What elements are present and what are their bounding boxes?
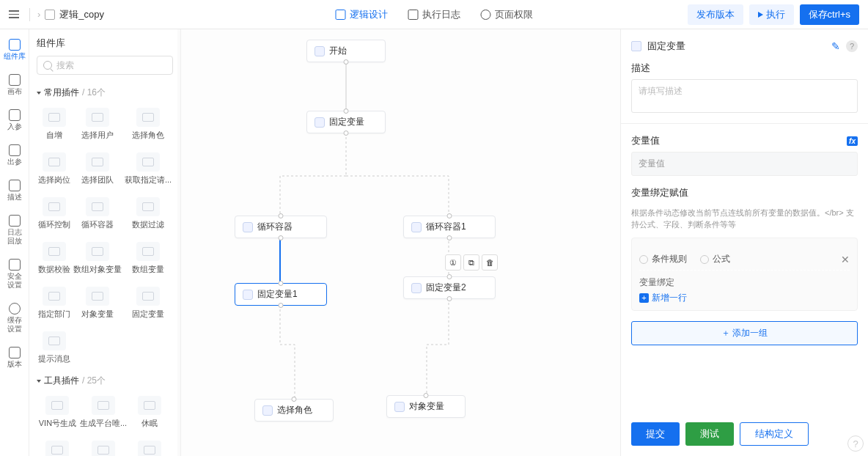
- rail-log-replay[interactable]: 日志 回放: [7, 213, 22, 248]
- rail-canvas[interactable]: 画布: [7, 72, 22, 98]
- publish-version-button[interactable]: 发布版本: [688, 4, 743, 25]
- caret-down-icon: [37, 380, 41, 383]
- component-item[interactable]: 对象变量: [72, 282, 123, 324]
- node-loop-container[interactable]: 循环容器: [235, 216, 327, 238]
- version-icon: [9, 347, 21, 358]
- component-icon: [45, 441, 69, 456]
- bind-description: 根据条件动态修改当前节点连线前所有变量的数据值。</br> 支持公式、字段、判断…: [631, 207, 858, 230]
- node-loop-container1[interactable]: 循环容器1: [403, 216, 496, 238]
- rail-description[interactable]: 描述: [7, 177, 22, 204]
- search-icon: [43, 61, 52, 70]
- user-icon: [481, 10, 491, 20]
- rail-version[interactable]: 版本: [7, 345, 22, 371]
- chevron-right-icon: ›: [37, 9, 40, 20]
- component-item[interactable]: 获取指定请...: [123, 148, 173, 190]
- menu-icon[interactable]: [9, 8, 22, 21]
- component-item[interactable]: 数据校验: [37, 238, 72, 279]
- component-item[interactable]: 循环容器: [72, 193, 123, 235]
- test-button[interactable]: 测试: [685, 422, 734, 446]
- rail-component-library[interactable]: 组件库: [4, 37, 26, 63]
- bind-assign-label: 变量绑定赋值: [631, 186, 858, 199]
- component-item[interactable]: 选择角色: [123, 103, 173, 145]
- delete-button[interactable]: 🗑: [482, 254, 498, 271]
- top-bar: › 逻辑_copy 逻辑设计 执行日志 页面权限 发布版本 执行 保存ctrl+…: [0, 0, 868, 29]
- search-input-wrapper[interactable]: [37, 56, 173, 75]
- node-icon: [243, 290, 253, 300]
- close-icon[interactable]: ✕: [841, 254, 850, 265]
- component-icon: [136, 242, 160, 261]
- var-value-input[interactable]: 变量值: [631, 152, 858, 176]
- component-icon: [92, 441, 115, 456]
- save-button[interactable]: 保存ctrl+s: [800, 4, 859, 25]
- component-item[interactable]: 循环控制: [37, 193, 72, 235]
- struct-def-button[interactable]: 结构定义: [740, 422, 809, 446]
- component-item[interactable]: 生成平台唯...: [78, 391, 128, 433]
- left-rail: 组件库 画布 入参 出参 描述 日志 回放 安全 设置 缓存 设置 版本: [0, 29, 29, 456]
- component-icon: [86, 197, 109, 216]
- component-item[interactable]: VIN号生成: [37, 391, 78, 433]
- radio-formula[interactable]: 公式: [700, 253, 730, 265]
- component-item[interactable]: 选择团队: [72, 148, 123, 190]
- add-group-button[interactable]: ＋ 添加一组: [631, 321, 858, 345]
- description-textarea[interactable]: [631, 79, 858, 113]
- search-input[interactable]: [56, 60, 166, 70]
- var-value-label: 变量值: [631, 134, 660, 147]
- description-label: 描述: [631, 62, 858, 75]
- component-icon: [86, 108, 109, 127]
- tool-grid: VIN号生成生成平台唯...休眠: [37, 391, 170, 456]
- canvas[interactable]: 开始 固定变量 循环容器 循环容器1 固定变量1 固定变量2 选择角色 对象变量…: [181, 29, 620, 456]
- radio-condition-rule[interactable]: 条件规则: [639, 253, 687, 265]
- rail-output-params[interactable]: 出参: [7, 142, 22, 169]
- component-item[interactable]: 数据过滤: [123, 193, 173, 235]
- component-item[interactable]: 固定变量: [123, 282, 173, 324]
- component-icon: [136, 108, 160, 127]
- properties-panel: 固定变量 ✎ ? 描述 变量值 fx 变量值 变量绑定赋值 根据条件动态修改当前…: [620, 29, 868, 456]
- run-button[interactable]: 执行: [749, 4, 794, 25]
- component-item[interactable]: [37, 436, 78, 456]
- node-icon: [262, 405, 273, 416]
- rail-security[interactable]: 安全 设置: [7, 257, 22, 292]
- component-item[interactable]: 指定部门: [37, 282, 72, 324]
- rail-cache[interactable]: 缓存 设置: [7, 301, 22, 336]
- section-common-plugins[interactable]: 常用插件 / 16个: [37, 87, 170, 99]
- component-scroll[interactable]: 常用插件 / 16个 自增选择用户选择角色选择岗位选择团队获取指定请...循环控…: [37, 82, 173, 456]
- panel-title: 固定变量: [647, 40, 825, 53]
- component-item[interactable]: 选择用户: [72, 103, 123, 145]
- help-watermark-icon: ?: [847, 435, 864, 452]
- fx-icon[interactable]: fx: [847, 136, 858, 146]
- component-icon: [86, 152, 109, 172]
- node-fixed-var1[interactable]: 固定变量1: [235, 283, 327, 306]
- component-icon: [136, 287, 160, 306]
- node-object-var[interactable]: 对象变量: [386, 395, 466, 418]
- component-item[interactable]: 选择岗位: [37, 148, 72, 190]
- component-icon: [92, 396, 115, 415]
- add-row-button[interactable]: +新增一行: [639, 292, 850, 304]
- breadcrumb-title: 逻辑_copy: [59, 8, 104, 21]
- component-item[interactable]: 数组变量: [123, 238, 173, 279]
- component-panel: 组件库 常用插件 / 16个 自增选择用户选择角色选择岗位选择团队获取指定请..…: [29, 29, 181, 456]
- component-icon: [43, 287, 66, 306]
- var-bind-label: 变量绑定: [639, 276, 850, 289]
- component-icon: [43, 152, 66, 172]
- copy-button[interactable]: ⧉: [463, 254, 479, 271]
- component-icon: [138, 441, 161, 456]
- node-fixed-var2[interactable]: 固定变量2: [403, 276, 496, 299]
- submit-button[interactable]: 提交: [631, 422, 680, 446]
- node-select-role[interactable]: 选择角色: [254, 399, 334, 422]
- edit-icon[interactable]: ✎: [831, 40, 840, 52]
- info-button[interactable]: ①: [445, 254, 461, 271]
- component-item[interactable]: [78, 436, 128, 456]
- component-item[interactable]: 休眠: [128, 391, 170, 433]
- section-tool-plugins[interactable]: 工具插件 / 25个: [37, 375, 170, 387]
- node-type-icon: [631, 41, 641, 51]
- help-icon[interactable]: ?: [846, 40, 858, 52]
- component-item[interactable]: 数组对象变量: [72, 238, 123, 279]
- component-item[interactable]: [128, 436, 170, 456]
- shield-icon: [9, 259, 21, 271]
- rail-input-params[interactable]: 入参: [7, 107, 22, 133]
- node-fixed-var[interactable]: 固定变量: [306, 111, 386, 133]
- component-item[interactable]: 自增: [37, 103, 72, 145]
- component-item[interactable]: 提示消息: [37, 327, 72, 369]
- page-icon: [45, 10, 55, 20]
- node-start[interactable]: 开始: [306, 40, 386, 62]
